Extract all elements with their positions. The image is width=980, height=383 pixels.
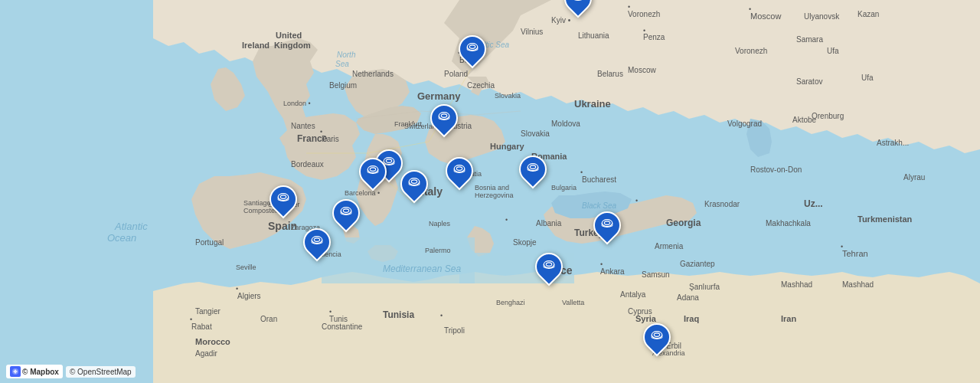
marker-alexandria[interactable] [643, 323, 671, 355]
svg-text:Slovakia: Slovakia [521, 129, 550, 138]
marker-berlin[interactable] [459, 35, 486, 67]
svg-text:Naples: Naples [429, 220, 451, 228]
svg-text:Constantine: Constantine [322, 322, 363, 331]
svg-text:Oran: Oran [260, 315, 277, 323]
svg-text:Tunisia: Tunisia [383, 309, 414, 320]
svg-text:Czechia: Czechia [467, 81, 495, 90]
svg-point-138 [439, 113, 449, 119]
svg-text:•: • [236, 285, 238, 293]
svg-text:Portugal: Portugal [195, 238, 224, 247]
marker-athens[interactable] [535, 253, 563, 285]
svg-text:Tehran: Tehran [842, 249, 868, 258]
marker-valencia[interactable] [303, 228, 331, 260]
svg-point-182 [652, 332, 662, 339]
svg-text:Nantes: Nantes [291, 122, 315, 130]
svg-text:Iran: Iran [781, 314, 796, 323]
svg-point-151 [411, 180, 417, 184]
svg-text:Germany: Germany [417, 90, 461, 102]
svg-text:Atlantic: Atlantic [114, 221, 148, 232]
svg-text:•: • [329, 308, 332, 316]
svg-text:Georgia: Georgia [666, 218, 701, 228]
svg-text:•: • [580, 169, 583, 176]
svg-text:Mashhad: Mashhad [781, 280, 812, 289]
svg-text:•: • [628, 3, 630, 11]
svg-point-174 [341, 208, 351, 214]
svg-text:Skopje: Skopje [513, 238, 537, 247]
svg-text:Barcelona •: Barcelona • [345, 189, 380, 197]
svg-text:Black Sea: Black Sea [582, 201, 616, 210]
map-container: Atlantic Ocean North Sea Baltic Sea Medi… [0, 0, 980, 383]
svg-text:Poland: Poland [444, 70, 468, 78]
marker-istanbul[interactable] [593, 211, 621, 244]
svg-text:Ocean: Ocean [107, 232, 136, 244]
svg-text:Moscow: Moscow [750, 11, 781, 21]
svg-text:Tunis: Tunis [329, 315, 348, 323]
svg-point-171 [280, 195, 286, 199]
svg-text:Ufa: Ufa [861, 74, 874, 82]
svg-text:•: • [841, 243, 843, 250]
svg-text:Samsun: Samsun [642, 270, 670, 279]
svg-point-183 [654, 333, 660, 337]
svg-text:Saratov: Saratov [796, 77, 822, 86]
svg-text:•: • [320, 128, 322, 136]
svg-text:•: • [600, 260, 603, 268]
svg-text:Orenburg: Orenburg [812, 112, 844, 120]
svg-point-170 [278, 194, 289, 201]
svg-text:Samara: Samara [796, 35, 823, 44]
svg-text:Rostov-on-Don: Rostov-on-Don [750, 165, 802, 174]
svg-text:North: North [337, 51, 356, 59]
svg-text:Armenia: Armenia [655, 242, 684, 250]
svg-text:Kazan: Kazan [858, 10, 879, 18]
svg-text:•: • [505, 216, 508, 224]
map-background: Atlantic Ocean North Sea Baltic Sea Medi… [0, 0, 980, 383]
svg-point-167 [546, 263, 552, 267]
svg-text:•: • [635, 197, 638, 205]
svg-text:Morocco: Morocco [195, 337, 230, 346]
svg-text:Iraq: Iraq [684, 314, 699, 323]
svg-point-154 [454, 165, 465, 172]
svg-text:•: • [190, 316, 192, 323]
svg-text:Ulyanovsk: Ulyanovsk [804, 12, 840, 21]
marker-munich[interactable] [430, 104, 458, 136]
svg-text:London •: London • [283, 100, 311, 107]
svg-text:Herzegovina: Herzegovina [475, 192, 514, 199]
svg-text:Tripoli: Tripoli [444, 326, 465, 335]
svg-text:Volgograd: Volgograd [727, 119, 762, 128]
marker-vilnius[interactable] [564, 0, 592, 17]
svg-text:Bordeaux: Bordeaux [291, 160, 324, 169]
svg-text:Bulgaria: Bulgaria [551, 184, 577, 192]
svg-point-150 [409, 178, 420, 185]
svg-text:Aktobe: Aktobe [792, 116, 817, 124]
svg-text:Moldova: Moldova [551, 119, 580, 128]
svg-text:Voronezh: Voronezh [628, 10, 660, 18]
marker-turin[interactable] [359, 158, 387, 190]
svg-point-162 [602, 220, 612, 227]
svg-text:Uz...: Uz... [804, 198, 823, 209]
svg-text:Bosnia and: Bosnia and [475, 184, 509, 192]
svg-text:Mashhad: Mashhad [842, 280, 874, 289]
svg-text:Agadir: Agadir [195, 349, 218, 358]
svg-text:Alyrau: Alyrau [903, 173, 925, 182]
svg-text:Kyiv •: Kyiv • [551, 16, 571, 25]
svg-text:Ukraine: Ukraine [574, 98, 611, 110]
marker-zagreb[interactable] [446, 157, 473, 189]
svg-text:Albania: Albania [536, 219, 562, 228]
svg-text:•: • [440, 312, 443, 319]
map-attribution: © Mapbox © OpenStreetMap [6, 365, 136, 378]
svg-point-159 [530, 165, 536, 169]
svg-text:Vilnius: Vilnius [521, 28, 543, 36]
osm-attribution[interactable]: © OpenStreetMap [66, 366, 136, 378]
marker-bucharest[interactable] [519, 155, 547, 188]
svg-text:Penza: Penza [643, 33, 665, 41]
svg-text:United: United [276, 31, 302, 40]
svg-text:Voronezh: Voronezh [735, 47, 767, 55]
mapbox-logo[interactable]: © Mapbox [6, 365, 63, 378]
svg-point-163 [604, 221, 610, 225]
svg-text:Makhachkala: Makhachkala [766, 219, 811, 228]
svg-text:Moscow: Moscow [628, 66, 656, 74]
marker-madrid[interactable] [270, 185, 297, 218]
marker-florence[interactable] [400, 170, 428, 202]
marker-barcelona[interactable] [332, 199, 360, 231]
svg-text:Turkmenistan: Turkmenistan [858, 214, 913, 224]
svg-text:Rabat: Rabat [191, 322, 212, 331]
